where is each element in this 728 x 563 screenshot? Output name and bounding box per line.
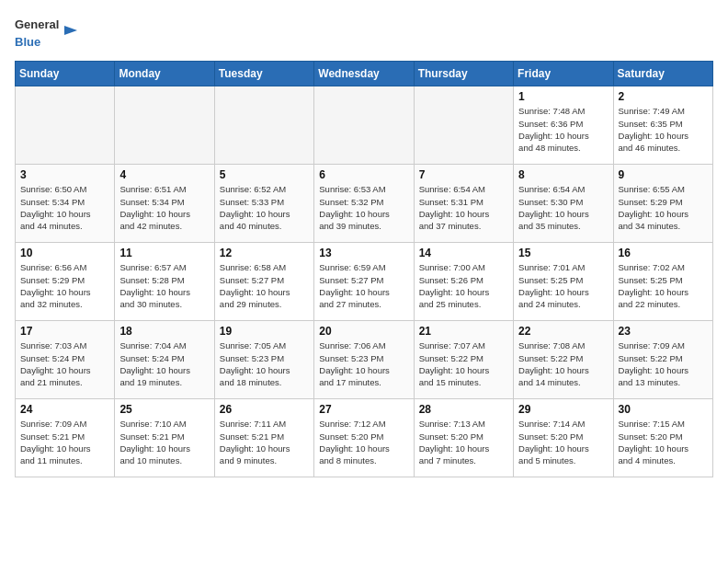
calendar-cell: 29Sunrise: 7:14 AM Sunset: 5:20 PM Dayli… [514,399,613,477]
day-number: 8 [518,168,608,181]
day-number: 6 [319,168,408,181]
day-number: 19 [220,325,309,338]
logo: GeneralBlue [15,15,79,50]
day-number: 3 [20,168,109,181]
calendar-cell: 20Sunrise: 7:06 AM Sunset: 5:23 PM Dayli… [314,321,414,399]
day-number: 22 [518,325,608,338]
day-info: Sunrise: 7:02 AM Sunset: 5:25 PM Dayligh… [619,261,708,310]
day-info: Sunrise: 7:49 AM Sunset: 6:35 PM Dayligh… [619,105,708,154]
calendar-cell: 2Sunrise: 7:49 AM Sunset: 6:35 PM Daylig… [613,86,712,165]
page-header: GeneralBlue [15,15,713,50]
day-info: Sunrise: 7:09 AM Sunset: 5:22 PM Dayligh… [619,339,708,388]
calendar-cell [414,86,513,165]
calendar-week-row: 24Sunrise: 7:09 AM Sunset: 5:21 PM Dayli… [16,399,713,477]
day-of-week-header: Monday [115,62,214,86]
day-info: Sunrise: 7:04 AM Sunset: 5:24 PM Dayligh… [119,339,209,388]
day-info: Sunrise: 7:01 AM Sunset: 5:25 PM Dayligh… [518,261,608,310]
calendar-cell: 27Sunrise: 7:12 AM Sunset: 5:20 PM Dayli… [314,399,414,477]
day-number: 15 [518,247,608,259]
calendar-week-row: 3Sunrise: 6:50 AM Sunset: 5:34 PM Daylig… [16,165,713,243]
day-number: 25 [119,403,209,416]
calendar-cell [214,86,313,165]
calendar-week-row: 10Sunrise: 6:56 AM Sunset: 5:29 PM Dayli… [16,243,713,321]
calendar-cell: 21Sunrise: 7:07 AM Sunset: 5:22 PM Dayli… [414,321,513,399]
calendar-cell: 12Sunrise: 6:58 AM Sunset: 5:27 PM Dayli… [214,243,313,321]
day-info: Sunrise: 7:07 AM Sunset: 5:22 PM Dayligh… [419,339,508,388]
calendar-week-row: 1Sunrise: 7:48 AM Sunset: 6:36 PM Daylig… [16,86,713,165]
calendar-cell: 30Sunrise: 7:15 AM Sunset: 5:20 PM Dayli… [613,399,712,477]
day-number: 1 [518,90,608,103]
calendar-cell: 1Sunrise: 7:48 AM Sunset: 6:36 PM Daylig… [514,86,613,165]
day-info: Sunrise: 7:14 AM Sunset: 5:20 PM Dayligh… [518,418,608,466]
calendar-cell: 28Sunrise: 7:13 AM Sunset: 5:20 PM Dayli… [414,399,513,477]
day-info: Sunrise: 7:06 AM Sunset: 5:23 PM Dayligh… [319,339,408,388]
day-info: Sunrise: 6:52 AM Sunset: 5:33 PM Dayligh… [220,183,309,232]
day-info: Sunrise: 6:56 AM Sunset: 5:29 PM Dayligh… [20,261,109,310]
day-number: 17 [20,325,109,338]
calendar-cell: 23Sunrise: 7:09 AM Sunset: 5:22 PM Dayli… [613,321,712,399]
calendar-cell: 16Sunrise: 7:02 AM Sunset: 5:25 PM Dayli… [613,243,712,321]
day-info: Sunrise: 7:12 AM Sunset: 5:20 PM Dayligh… [319,418,408,466]
day-of-week-header: Friday [514,62,613,86]
calendar-cell: 26Sunrise: 7:11 AM Sunset: 5:21 PM Dayli… [214,399,313,477]
calendar-week-row: 17Sunrise: 7:03 AM Sunset: 5:24 PM Dayli… [16,321,713,399]
day-number: 24 [20,403,109,416]
day-info: Sunrise: 6:53 AM Sunset: 5:32 PM Dayligh… [319,183,408,232]
day-info: Sunrise: 6:50 AM Sunset: 5:34 PM Dayligh… [20,183,109,232]
calendar-cell: 22Sunrise: 7:08 AM Sunset: 5:22 PM Dayli… [514,321,613,399]
day-number: 9 [619,168,708,181]
day-of-week-header: Saturday [613,62,712,86]
day-number: 12 [220,247,309,259]
day-info: Sunrise: 7:15 AM Sunset: 5:20 PM Dayligh… [619,418,708,466]
svg-marker-0 [64,26,77,35]
day-number: 18 [119,325,209,338]
calendar-cell: 24Sunrise: 7:09 AM Sunset: 5:21 PM Dayli… [16,399,115,477]
day-info: Sunrise: 7:11 AM Sunset: 5:21 PM Dayligh… [220,418,309,466]
calendar-cell: 4Sunrise: 6:51 AM Sunset: 5:34 PM Daylig… [115,165,214,243]
day-number: 27 [319,403,408,416]
calendar-cell: 5Sunrise: 6:52 AM Sunset: 5:33 PM Daylig… [214,165,313,243]
day-info: Sunrise: 6:58 AM Sunset: 5:27 PM Dayligh… [220,261,309,310]
day-of-week-header: Tuesday [214,62,313,86]
day-info: Sunrise: 7:48 AM Sunset: 6:36 PM Dayligh… [518,105,608,154]
calendar-cell: 18Sunrise: 7:04 AM Sunset: 5:24 PM Dayli… [115,321,214,399]
calendar-cell: 11Sunrise: 6:57 AM Sunset: 5:28 PM Dayli… [115,243,214,321]
calendar-cell [115,86,214,165]
calendar-cell: 3Sunrise: 6:50 AM Sunset: 5:34 PM Daylig… [16,165,115,243]
calendar-cell [314,86,414,165]
day-number: 20 [319,325,408,338]
day-number: 21 [419,325,508,338]
day-number: 13 [319,247,408,259]
day-info: Sunrise: 7:10 AM Sunset: 5:21 PM Dayligh… [119,418,209,466]
day-number: 7 [419,168,508,181]
logo-text: GeneralBlue [15,15,59,50]
day-number: 4 [119,168,209,181]
day-number: 10 [20,247,109,259]
day-number: 14 [419,247,508,259]
day-number: 2 [619,90,708,103]
day-info: Sunrise: 6:54 AM Sunset: 5:30 PM Dayligh… [518,183,608,232]
day-info: Sunrise: 6:55 AM Sunset: 5:29 PM Dayligh… [619,183,708,232]
calendar-cell: 9Sunrise: 6:55 AM Sunset: 5:29 PM Daylig… [613,165,712,243]
day-info: Sunrise: 6:54 AM Sunset: 5:31 PM Dayligh… [419,183,508,232]
calendar-cell: 19Sunrise: 7:05 AM Sunset: 5:23 PM Dayli… [214,321,313,399]
calendar-cell: 7Sunrise: 6:54 AM Sunset: 5:31 PM Daylig… [414,165,513,243]
day-number: 30 [619,403,708,416]
day-of-week-header: Wednesday [314,62,414,86]
calendar-body: 1Sunrise: 7:48 AM Sunset: 6:36 PM Daylig… [16,86,713,477]
day-number: 11 [119,247,209,259]
day-info: Sunrise: 6:51 AM Sunset: 5:34 PM Dayligh… [119,183,209,232]
calendar-cell: 17Sunrise: 7:03 AM Sunset: 5:24 PM Dayli… [16,321,115,399]
day-number: 16 [619,247,708,259]
day-number: 5 [220,168,309,181]
calendar-table: SundayMondayTuesdayWednesdayThursdayFrid… [15,61,713,477]
calendar-cell [16,86,115,165]
days-of-week-row: SundayMondayTuesdayWednesdayThursdayFrid… [16,62,713,86]
calendar-cell: 15Sunrise: 7:01 AM Sunset: 5:25 PM Dayli… [514,243,613,321]
calendar-cell: 8Sunrise: 6:54 AM Sunset: 5:30 PM Daylig… [514,165,613,243]
day-of-week-header: Sunday [16,62,115,86]
day-info: Sunrise: 7:09 AM Sunset: 5:21 PM Dayligh… [20,418,109,466]
calendar-cell: 10Sunrise: 6:56 AM Sunset: 5:29 PM Dayli… [16,243,115,321]
day-info: Sunrise: 7:00 AM Sunset: 5:26 PM Dayligh… [419,261,508,310]
calendar-cell: 14Sunrise: 7:00 AM Sunset: 5:26 PM Dayli… [414,243,513,321]
